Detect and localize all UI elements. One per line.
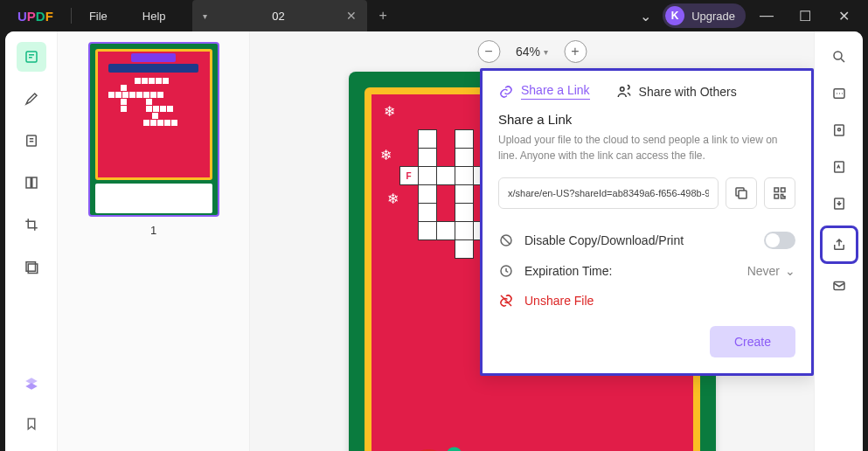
tab-dropdown-icon[interactable]: ▾: [203, 11, 207, 21]
clock-icon: [498, 263, 514, 279]
window-close-button[interactable]: ✕: [826, 3, 861, 28]
app-logo: UPDF: [0, 9, 71, 24]
menu-help[interactable]: Help: [125, 10, 184, 23]
tool-redact[interactable]: [17, 252, 46, 281]
svg-rect-14: [739, 191, 746, 198]
copy-link-button[interactable]: [726, 177, 757, 209]
zoom-level[interactable]: 64%▾: [516, 45, 548, 59]
disable-copy-label: Disable Copy/Download/Print: [524, 233, 684, 247]
chevron-down-icon: ▾: [544, 47, 548, 57]
svg-rect-17: [774, 195, 779, 199]
zoom-out-button[interactable]: −: [477, 40, 500, 63]
svg-rect-15: [774, 188, 779, 192]
create-button[interactable]: Create: [710, 326, 795, 357]
expiration-label: Expiration Time:: [524, 264, 612, 278]
snowflake-icon: ❄: [380, 147, 392, 163]
tab-title: 02: [242, 10, 316, 23]
tool-edit[interactable]: [17, 126, 46, 156]
unshare-button[interactable]: Unshare File: [498, 286, 795, 316]
share-panel: Share a Link Share with Others Share a L…: [480, 68, 814, 376]
block-icon: [498, 232, 514, 248]
svg-point-6: [834, 52, 842, 59]
watermark-icon[interactable]: [824, 115, 854, 145]
tray-dropdown-icon[interactable]: ⌄: [631, 3, 659, 28]
tool-reader[interactable]: [17, 42, 46, 72]
share-heading: Share a Link: [498, 112, 795, 127]
link-icon: [498, 84, 514, 100]
svg-rect-2: [26, 177, 31, 188]
ocr-icon[interactable]: [824, 79, 854, 108]
pdfa-icon[interactable]: [824, 152, 854, 182]
svg-point-13: [620, 87, 624, 91]
people-icon: [616, 84, 632, 100]
snowflake-icon: ❄: [384, 103, 395, 120]
share-tab-others[interactable]: Share with Others: [616, 83, 737, 100]
share-description: Upload your file to the cloud to send pe…: [498, 132, 795, 163]
user-avatar-badge: K: [665, 6, 684, 25]
menu-file[interactable]: File: [72, 10, 125, 23]
upgrade-button[interactable]: K Upgrade: [663, 3, 746, 28]
share-icon[interactable]: [824, 230, 854, 260]
snowflake-icon: ❄: [387, 191, 399, 207]
tool-crop[interactable]: [17, 210, 46, 239]
chevron-down-icon: ⌄: [785, 264, 795, 278]
export-icon[interactable]: [824, 189, 854, 219]
email-icon[interactable]: [824, 271, 854, 301]
svg-rect-3: [31, 177, 36, 188]
bookmark-icon[interactable]: [17, 409, 46, 439]
tool-comment[interactable]: [17, 84, 46, 114]
svg-rect-16: [781, 188, 786, 192]
unlink-icon: [498, 293, 514, 309]
share-tab-link[interactable]: Share a Link: [498, 83, 590, 100]
search-icon[interactable]: [824, 42, 854, 72]
tab-close-icon[interactable]: ✕: [346, 9, 357, 23]
expiration-dropdown[interactable]: Never⌄: [747, 264, 795, 278]
window-minimize-button[interactable]: —: [749, 3, 784, 28]
zoom-in-button[interactable]: +: [564, 40, 587, 63]
tool-organize[interactable]: [17, 168, 46, 198]
new-tab-button[interactable]: +: [367, 8, 399, 24]
document-tab[interactable]: ▾ 02 ✕: [192, 0, 367, 31]
window-maximize-button[interactable]: ☐: [788, 3, 823, 28]
share-link-input[interactable]: [498, 177, 719, 209]
thumbnail-page-number: 1: [68, 224, 239, 237]
qrcode-button[interactable]: [764, 177, 795, 209]
svg-point-9: [837, 128, 840, 131]
disable-copy-toggle[interactable]: [764, 232, 795, 249]
layers-icon[interactable]: [17, 369, 46, 399]
page-thumbnail[interactable]: [88, 42, 219, 217]
